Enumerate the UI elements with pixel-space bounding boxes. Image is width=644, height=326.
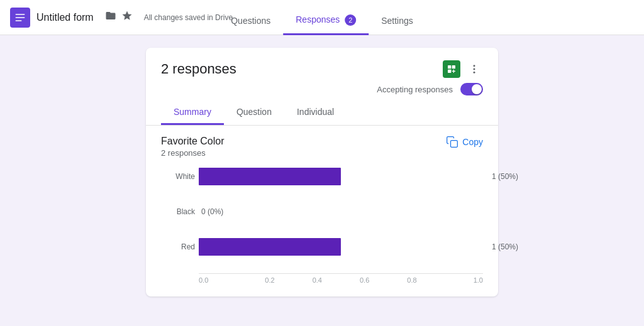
chart-title-group: Favorite Color 2 responses — [161, 136, 224, 168]
main-area: 2 responses Accepti — [0, 35, 644, 326]
sub-tab-individual[interactable]: Individual — [284, 101, 347, 125]
bar-label: Black — [177, 207, 195, 216]
svg-rect-1 — [16, 17, 25, 18]
chart-section: Favorite Color 2 responses Copy White1 (… — [146, 126, 498, 296]
svg-rect-0 — [16, 14, 25, 15]
x-axis: 0.00.20.40.60.81.0 — [199, 273, 483, 284]
header-actions — [443, 60, 483, 78]
svg-point-6 — [474, 65, 475, 67]
bar-value: 1 (50%) — [492, 172, 518, 181]
sub-tab-question[interactable]: Question — [224, 101, 284, 125]
bar-value: 1 (50%) — [492, 242, 518, 251]
copy-label: Copy — [462, 137, 483, 147]
response-count: 2 responses — [161, 61, 236, 77]
svg-point-7 — [474, 68, 475, 70]
x-tick: 0.8 — [388, 276, 435, 284]
bar-label: White — [175, 172, 195, 181]
toggle-knob — [472, 84, 482, 94]
chart-bar-row: Black0 (0%) — [199, 203, 483, 220]
form-title: Untitled form — [36, 12, 94, 23]
folder-icon[interactable] — [105, 10, 116, 24]
x-tick: 0.6 — [341, 276, 388, 284]
bar-label: Red — [181, 242, 195, 251]
tab-settings[interactable]: Settings — [369, 8, 426, 35]
svg-rect-3 — [448, 65, 451, 68]
responses-card: 2 responses Accepti — [146, 48, 498, 296]
x-tick: 0.2 — [246, 276, 293, 284]
topbar-icons — [105, 10, 133, 24]
svg-point-8 — [474, 72, 475, 73]
chart-title: Favorite Color — [161, 136, 224, 147]
bar-chart: White1 (50%)Black0 (0%)Red1 (50%) 0.00.2… — [161, 168, 483, 284]
responses-badge: 2 — [345, 14, 356, 26]
nav-tabs: Questions Responses 2 Settings — [218, 6, 426, 35]
x-tick: 0.4 — [294, 276, 341, 284]
bar-track: 1 (50%) — [199, 238, 483, 256]
topbar: Untitled form All changes saved in Drive… — [0, 0, 644, 35]
chart-inner: White1 (50%)Black0 (0%)Red1 (50%) — [199, 168, 483, 256]
form-icon — [10, 8, 30, 28]
response-header: 2 responses — [146, 48, 498, 78]
add-to-sheets-button[interactable] — [443, 60, 460, 78]
accepting-toggle[interactable] — [460, 83, 483, 95]
bar-fill — [199, 238, 341, 256]
svg-rect-9 — [451, 141, 458, 148]
x-tick: 0.0 — [199, 276, 246, 284]
bar-value: 0 (0%) — [201, 207, 223, 216]
bar-fill — [199, 168, 341, 185]
chart-bar-row: Red1 (50%) — [199, 238, 483, 256]
sub-tabs: Summary Question Individual — [146, 101, 498, 126]
chart-subtitle: 2 responses — [161, 148, 224, 158]
more-options-button[interactable] — [465, 60, 483, 78]
x-tick: 1.0 — [436, 276, 483, 284]
svg-rect-2 — [16, 20, 22, 21]
chart-header-row: Favorite Color 2 responses Copy — [161, 136, 483, 168]
star-icon[interactable] — [121, 10, 133, 24]
copy-button[interactable]: Copy — [446, 136, 483, 148]
svg-rect-4 — [452, 65, 455, 68]
bar-track: 0 (0%) — [199, 203, 483, 220]
sub-tab-summary[interactable]: Summary — [161, 101, 224, 125]
accepting-label: Accepting responses — [377, 85, 453, 94]
tab-questions[interactable]: Questions — [218, 8, 283, 35]
tab-responses[interactable]: Responses 2 — [283, 7, 369, 35]
svg-rect-5 — [448, 70, 451, 73]
bar-track: 1 (50%) — [199, 168, 483, 185]
accepting-responses-row: Accepting responses — [146, 78, 498, 98]
chart-bar-row: White1 (50%) — [199, 168, 483, 185]
